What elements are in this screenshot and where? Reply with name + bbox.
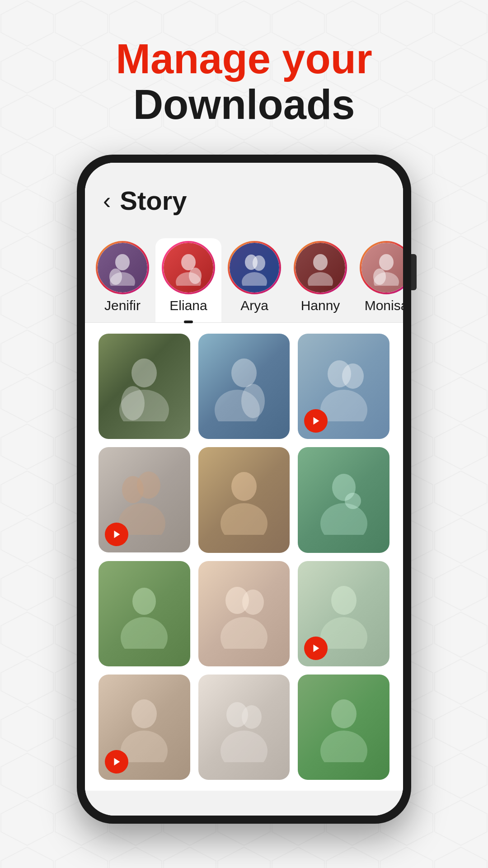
story-avatar-eliana [164,243,213,292]
phone-inner: ‹ Story [85,163,403,816]
story-avatar-jenifir [98,243,147,292]
story-name-arya: Arya [240,298,268,313]
header-line1: Manage your [0,36,488,82]
story-name-jenifir: Jenifir [104,298,141,313]
svg-point-38 [242,590,264,615]
story-avatar-hanny [296,243,345,292]
media-item-12[interactable] [298,675,389,780]
page-title: Story [120,185,187,216]
svg-point-18 [121,386,145,420]
media-item-1[interactable] [99,334,190,439]
media-item-3[interactable] [298,334,389,439]
media-photo-8 [198,561,290,666]
story-item-jenifir[interactable]: Jenifir [89,238,155,322]
media-photo-11 [198,675,290,780]
power-button [411,254,417,290]
svg-point-49 [331,699,357,728]
svg-point-41 [320,617,367,649]
story-header: ‹ Story [85,163,403,229]
media-photo-6 [298,447,389,552]
story-item-eliana[interactable]: Eliana [155,238,221,322]
svg-point-16 [131,359,157,387]
svg-marker-42 [314,644,319,652]
media-photo-12 [298,675,389,780]
story-item-arya[interactable]: Arya [221,238,287,322]
svg-point-12 [308,272,333,286]
story-item-monisa[interactable]: Monisa [353,238,403,322]
svg-point-43 [131,699,157,728]
svg-point-13 [379,254,394,270]
story-item-hanny[interactable]: Hanny [287,238,353,322]
phone-frame: ‹ Story [77,155,411,824]
play-button-10[interactable] [105,750,128,774]
svg-point-31 [221,503,267,535]
story-avatar-arya [230,243,279,292]
svg-point-11 [313,254,328,270]
story-avatar-monisa [361,243,403,292]
avatar-image-eliana [164,243,213,292]
media-item-2[interactable] [198,334,290,439]
svg-point-47 [242,705,262,729]
svg-point-7 [189,268,202,284]
media-photo-1 [99,334,190,439]
svg-point-27 [137,472,160,499]
header-section: Manage your Downloads [0,0,488,155]
svg-marker-45 [114,758,120,765]
svg-point-23 [342,363,364,389]
story-name-monisa: Monisa [365,298,403,313]
svg-marker-25 [314,417,319,425]
media-item-7[interactable] [99,561,190,666]
svg-point-48 [221,731,267,762]
svg-point-21 [241,384,265,418]
media-photo-2 [198,334,290,439]
media-item-5[interactable] [198,447,290,552]
svg-point-24 [320,390,367,421]
svg-point-44 [121,731,168,762]
svg-point-10 [242,272,267,286]
media-photo-5 [198,447,290,552]
back-button[interactable]: ‹ [103,189,111,212]
svg-point-2 [115,254,130,270]
avatar-image-arya [230,243,279,292]
media-photo-7 [99,561,190,666]
media-grid [85,323,403,790]
svg-point-39 [221,617,267,649]
avatar-image-jenifir [98,243,147,292]
avatar-image-hanny [296,243,345,292]
media-item-11[interactable] [198,675,290,780]
svg-point-35 [132,588,156,615]
header-line2: Downloads [0,82,488,127]
svg-point-15 [373,269,386,285]
media-item-9[interactable] [298,561,389,666]
svg-point-36 [121,617,168,649]
svg-point-4 [109,269,122,285]
app-screen: ‹ Story [85,163,403,816]
media-item-10[interactable] [99,675,190,780]
media-item-8[interactable] [198,561,290,666]
svg-point-50 [320,731,367,762]
story-name-eliana: Eliana [169,298,207,313]
svg-point-40 [331,586,357,615]
svg-point-33 [320,503,367,535]
svg-point-9 [253,255,265,271]
play-button-9[interactable] [304,637,328,660]
svg-marker-29 [114,531,120,538]
svg-point-19 [231,359,257,387]
media-item-6[interactable] [298,447,389,552]
story-name-hanny: Hanny [301,298,340,313]
svg-point-34 [345,493,361,509]
stories-row: Jenifir [85,229,403,323]
svg-point-30 [231,472,257,501]
svg-point-5 [181,254,196,270]
media-item-4[interactable] [99,447,190,552]
